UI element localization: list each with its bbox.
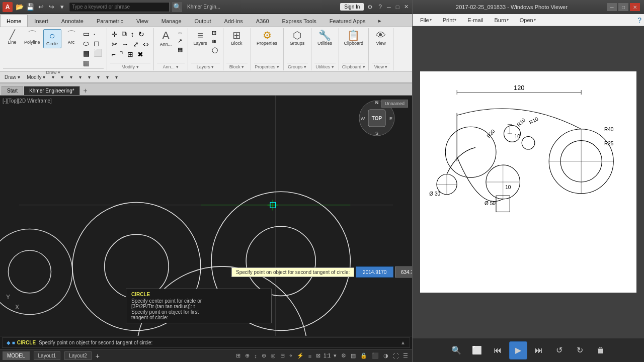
block-dropdown[interactable]: ▾ — [68, 74, 74, 80]
tab-manage[interactable]: Manage — [155, 15, 188, 27]
layer-match-button[interactable]: ≋ — [210, 38, 219, 45]
tab-more[interactable]: ▸ — [372, 15, 388, 27]
scale-button[interactable]: ⤢ — [131, 40, 140, 49]
hardware-accel[interactable]: ⬛ — [370, 352, 380, 359]
signin-button[interactable]: Sign In — [340, 3, 364, 11]
tab-view[interactable]: View — [130, 15, 155, 27]
customization-button[interactable]: ☰ — [401, 352, 410, 359]
arc-button[interactable]: ⌒ Arc — [62, 29, 80, 46]
array-button[interactable]: ⊞ — [126, 50, 135, 59]
layers-dropdown[interactable]: ▾ — [59, 74, 65, 80]
view-dropdown[interactable]: ▾ — [113, 74, 120, 80]
tab-featured-apps[interactable]: Featured Apps — [323, 15, 372, 27]
pv-next-button[interactable]: ⏭ — [530, 341, 548, 359]
tab-a360[interactable]: A360 — [250, 15, 276, 27]
lw-button[interactable]: ≡ — [307, 352, 313, 359]
snap-button[interactable]: ⊕ — [244, 352, 251, 359]
pv-menu-burn[interactable]: Burn ▾ — [490, 16, 514, 24]
undo-button[interactable]: ↩ — [36, 3, 45, 12]
pv-play-button[interactable]: ▶ — [509, 341, 527, 359]
fullscreen-button[interactable]: ⛶ — [391, 352, 400, 359]
move-button[interactable]: ✛ — [110, 29, 119, 39]
workspace-switch[interactable]: ⚙ — [340, 352, 348, 359]
pv-close-button[interactable]: ✕ — [630, 3, 640, 11]
save-button[interactable]: 💾 — [26, 3, 35, 12]
layers-button[interactable]: ≡ Layers — [191, 29, 209, 47]
tab-addins[interactable]: Add-ins — [218, 15, 250, 27]
pv-zoom-button[interactable]: 🔍 — [447, 341, 465, 359]
search-input[interactable] — [69, 2, 170, 12]
erase-button[interactable]: ✖ — [136, 50, 145, 59]
tab-annotate[interactable]: Annotate — [55, 15, 90, 27]
trim-button[interactable]: ✂ — [110, 40, 119, 49]
ortho-button[interactable]: ↕ — [253, 352, 259, 359]
tooltip-input-x[interactable] — [356, 266, 393, 278]
pv-actual-size-button[interactable]: ⬜ — [468, 341, 486, 359]
groups-button[interactable]: ⬡ Groups — [288, 29, 307, 47]
tab-output[interactable]: Output — [188, 15, 218, 27]
ui-button[interactable]: ▤ — [349, 352, 357, 359]
pv-help-btn[interactable]: ? — [637, 16, 641, 24]
line-button[interactable]: ╱ Line — [3, 29, 21, 46]
mirror-button[interactable]: ⇔ — [141, 40, 150, 49]
region-button[interactable]: ◻ — [92, 39, 104, 48]
tab-home[interactable]: Home — [0, 15, 28, 27]
otrack-button[interactable]: ⊟ — [279, 352, 286, 359]
clipboard-dropdown[interactable]: ▾ — [104, 74, 111, 80]
layout2-tab[interactable]: Layout2 — [64, 351, 92, 360]
command-scroll-button[interactable]: ▲ — [400, 340, 406, 345]
add-doc-tab-button[interactable]: + — [80, 86, 91, 95]
leader-button[interactable]: ↗ — [176, 37, 185, 45]
fillet-button[interactable]: ⌐ — [110, 50, 117, 59]
wipeout-button[interactable]: ⬜ — [92, 48, 104, 57]
layer-off-button[interactable]: ◯ — [210, 46, 219, 54]
rectangle-button[interactable]: ▭ — [82, 29, 91, 38]
model-tab[interactable]: MODEL — [3, 351, 30, 360]
polyline-button[interactable]: ⌒ Polyline — [22, 29, 42, 46]
hatch-button[interactable]: ▤ — [82, 49, 91, 58]
layout1-tab[interactable]: Layout1 — [34, 351, 61, 360]
tp-button[interactable]: ⊠ — [314, 352, 322, 359]
tooltip-input-y[interactable] — [395, 266, 412, 278]
close-button[interactable]: ✕ — [403, 4, 410, 11]
pv-menu-file[interactable]: File ▾ — [415, 16, 437, 24]
redo-button[interactable]: ↪ — [47, 3, 56, 12]
pv-menu-print[interactable]: Print ▾ — [438, 16, 462, 24]
pv-menu-email[interactable]: E-mail — [462, 16, 488, 24]
add-layout-button[interactable]: + — [96, 352, 100, 360]
lock-button[interactable]: 🔒 — [359, 352, 369, 359]
more-qa-button[interactable]: ▾ — [57, 3, 66, 12]
pv-rotate-cw-button[interactable]: ↻ — [571, 341, 589, 359]
chamfer-button[interactable]: ⌝ — [118, 50, 125, 59]
doc-tab-khmer[interactable]: Khmer Engineering* — [24, 86, 80, 95]
tab-insert[interactable]: Insert — [28, 15, 55, 27]
minimize-button[interactable]: ─ — [385, 4, 392, 11]
layer-props-button[interactable]: ⊞ — [210, 29, 219, 37]
groups-dropdown[interactable]: ▾ — [86, 74, 93, 80]
ellipse-button[interactable]: ⬭ — [82, 39, 91, 48]
extend-button[interactable]: → — [120, 40, 130, 49]
dim-button[interactable]: ↔ — [176, 29, 185, 36]
table-button[interactable]: ▦ — [176, 46, 185, 53]
properties-button[interactable]: ⚙ Properties — [255, 29, 279, 47]
tab-express-tools[interactable]: Express Tools — [276, 15, 323, 27]
utilities-button[interactable]: 🔧 Utilities — [315, 29, 334, 47]
view-button[interactable]: 👁 View — [372, 29, 390, 47]
utilities-dropdown[interactable]: ▾ — [95, 74, 102, 80]
annotation-scale-button[interactable]: ▾ — [332, 352, 338, 359]
block-button[interactable]: ⊞ Block — [228, 29, 246, 47]
pv-rotate-ccw-button[interactable]: ↺ — [550, 341, 569, 359]
pv-maximize-button[interactable]: □ — [618, 3, 628, 11]
search-button[interactable]: 🔍 — [172, 2, 182, 12]
grid-button[interactable]: ⊞ — [234, 352, 242, 359]
draw-dropdown[interactable]: Draw ▾ — [3, 74, 22, 80]
clipboard-button[interactable]: 📋 Clipboard — [342, 29, 366, 47]
properties-dropdown[interactable]: ▾ — [77, 74, 84, 80]
osnap-button[interactable]: ◎ — [269, 352, 277, 359]
polar-button[interactable]: ⊛ — [260, 352, 268, 359]
pv-prev-button[interactable]: ⏮ — [489, 341, 507, 359]
ducs-button[interactable]: ⌖ — [288, 352, 294, 359]
pv-minimize-button[interactable]: ─ — [607, 3, 617, 11]
ann-dropdown[interactable]: ▾ — [50, 74, 56, 80]
pv-menu-open[interactable]: Open ▾ — [515, 16, 541, 24]
